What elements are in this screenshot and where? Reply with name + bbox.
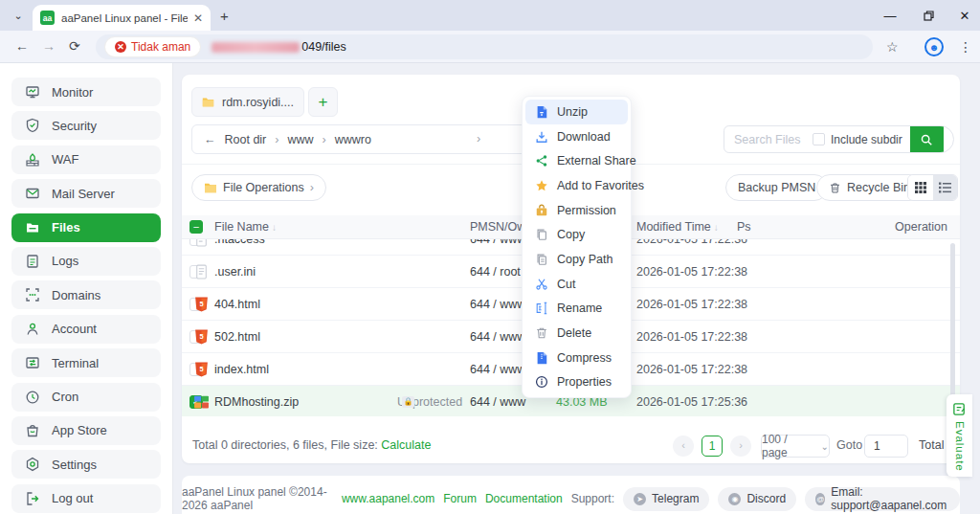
current-page[interactable]: 1 [702,436,723,457]
sidebar-item-terminal[interactable]: Terminal [11,348,161,377]
table-scrollbar[interactable] [950,243,955,413]
goto-page-input[interactable] [864,435,908,458]
file-name[interactable]: index.html [214,363,269,376]
email-icon: @ [815,493,825,505]
column-file-name[interactable]: File Name [214,220,277,234]
menu-item-properties[interactable]: Properties [525,370,628,395]
window-restore-button[interactable] [909,0,947,31]
next-page-button[interactable]: › [730,436,751,457]
include-subdir-checkbox[interactable] [813,133,825,145]
evaluate-label: Evaluate [954,421,966,472]
html-file-icon: 5 [193,361,210,377]
add-directory-tab-button[interactable]: + [308,87,338,117]
sidebar-item-settings[interactable]: Settings [11,450,161,479]
sidebar-item-mail-server[interactable]: Mail Server [11,179,161,208]
sidebar-item-cron[interactable]: Cron [11,383,161,412]
file-name[interactable]: 404.html [214,298,260,311]
new-tab-button[interactable]: + [220,8,229,24]
backup-pmsn-label: Backup PMSN [738,181,815,194]
menu-item-rename[interactable]: Rename [525,297,628,322]
column-ps[interactable]: Ps [737,220,751,234]
menu-item-delete[interactable]: Delete [525,321,628,346]
file-owner: 644 / www [470,330,525,344]
security-warning-badge[interactable]: ✕ Tidak aman [105,37,200,56]
tab-search-chevron-icon[interactable]: ⌄ [11,9,25,22]
browser-tab[interactable]: aa aaPanel Linux panel - Files ✕ [33,5,211,31]
per-page-value: 100 / page [762,433,813,459]
breadcrumb-segment-wwwroot[interactable]: wwwro [335,133,371,146]
files-main-panel: rdm.rosyidi.... + ← Root dir www wwwro I… [173,63,980,514]
menu-item-permission[interactable]: Permission [525,198,628,223]
sidebar-item-waf[interactable]: WAF [11,145,161,174]
email-support-button[interactable]: @Email: support@aapanel.com [805,487,960,511]
url-redacted-segment [212,42,300,53]
footer-link-documentation[interactable]: Documentation [485,492,563,505]
menu-item-cut[interactable]: Cut [525,272,628,297]
menu-item-unzip[interactable]: Unzip [525,100,628,124]
grid-view-button[interactable] [908,175,933,200]
browser-address-bar: ← → ⟳ ✕ Tidak aman 049/files ☆ ☻ ⋮ [0,31,980,63]
backup-pmsn-button[interactable]: Backup PMSN [725,174,828,201]
sidebar-item-files[interactable]: Files [11,213,161,242]
prev-page-button[interactable]: ‹ [673,436,694,457]
back-icon[interactable]: ← [15,38,29,54]
email-label: Email: support@aapanel.com [831,485,949,512]
tab-close-icon[interactable]: ✕ [193,11,203,25]
profile-avatar[interactable]: ☻ [924,37,944,56]
sidebar-item-logs[interactable]: Logs [11,247,161,276]
lock-icon[interactable]: 🔒 [402,396,414,408]
directory-tab[interactable]: rdm.rosyidi.... [191,87,304,117]
logs-icon [25,254,40,269]
evaluate-tab[interactable]: Evaluate [947,394,972,477]
sidebar-item-domains[interactable]: Domains [11,280,161,309]
settings-icon [25,457,40,472]
reload-icon[interactable]: ⟳ [69,38,80,54]
select-all-checkbox[interactable]: – [189,220,203,234]
sidebar-item-monitor[interactable]: Monitor [11,78,161,106]
breadcrumb-segment-root[interactable]: Root dir [225,133,267,146]
file-name[interactable]: 502.html [214,330,260,344]
sidebar-item-app-store[interactable]: App Store [11,416,161,445]
list-view-button[interactable] [933,175,958,200]
column-modified-time[interactable]: Modified Time [636,220,719,234]
forward-icon[interactable]: → [42,38,56,54]
url-omnibox[interactable]: ✕ Tidak aman 049/files [96,34,873,59]
window-minimize-button[interactable]: — [871,0,909,31]
menu-item-copy-path[interactable]: Copy Path [525,247,628,272]
menu-item-download[interactable]: Download [525,124,628,149]
sidebar-item-label: Monitor [52,85,93,100]
menu-item-external-share[interactable]: External Share [525,148,628,173]
file-operations-button[interactable]: File Operations › [191,174,326,201]
file-name[interactable]: RDMhosting.zip [214,395,299,409]
browser-tab-strip: ⌄ aa aaPanel Linux panel - Files ✕ + — ✕ [0,0,980,31]
sidebar-item-security[interactable]: Security [11,111,161,140]
menu-item-label: Cut [557,278,575,291]
summary-text: Total 0 directories, 6 files, File size: [192,438,378,452]
menu-item-label: Add to Favorites [557,179,644,192]
sidebar-item-account[interactable]: Account [11,315,161,344]
file-name[interactable]: .user.ini [214,265,256,279]
bookmark-star-icon[interactable]: ☆ [886,39,899,55]
sidebar-item-label: Account [52,322,97,336]
file-name[interactable]: .htaccess [214,239,265,246]
sidebar-item-label: App Store [52,423,107,437]
browser-menu-icon[interactable]: ⋮ [959,39,972,55]
share-icon [535,154,548,168]
telegram-button[interactable]: ➤Telegram [623,487,709,511]
page-footer: aaPanel Linux panel ©2014-2026 aaPanel w… [182,476,960,514]
menu-item-add-to-favorites[interactable]: Add to Favorites [525,173,628,198]
breadcrumb-back-icon[interactable]: ← [204,133,216,146]
window-close-button[interactable]: ✕ [946,0,980,31]
menu-item-copy[interactable]: Copy [525,222,628,247]
per-page-select[interactable]: 100 / page ⌄ [761,435,830,458]
footer-link-website[interactable]: www.aapanel.com [342,492,434,505]
sidebar-item-log-out[interactable]: Log out [11,484,161,513]
search-input[interactable] [724,133,813,146]
breadcrumb-separator-icon [477,132,480,145]
breadcrumb-segment-www[interactable]: www [287,133,313,146]
search-button[interactable] [910,125,944,153]
menu-item-compress[interactable]: Compress [525,346,628,370]
discord-button[interactable]: ◉Discord [718,487,796,511]
calculate-link[interactable]: Calculate [381,438,431,452]
footer-link-forum[interactable]: Forum [443,492,477,505]
